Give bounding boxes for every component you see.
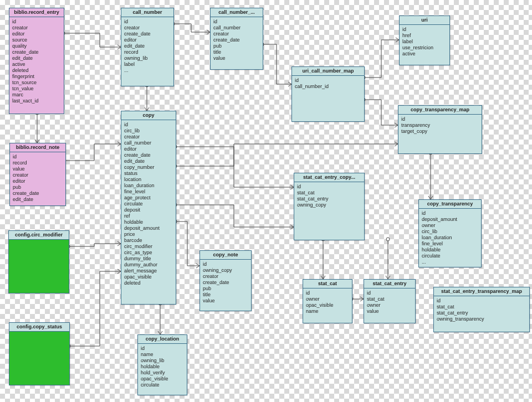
table-biblio_record_note[interactable]: biblio.record_noteidrecordvaluecreatored… <box>9 143 66 206</box>
table-title: call_number <box>121 8 173 17</box>
table-field: id <box>422 210 478 217</box>
table-field: pub <box>213 43 260 49</box>
table-field: id <box>402 27 447 33</box>
table-field: create_date <box>124 152 173 158</box>
table-fields <box>9 240 69 249</box>
table-field: age_protect <box>124 195 173 201</box>
table-fields: idcreatoreditorsourcequalitycreate_datee… <box>9 17 64 106</box>
table-fields: idtransparencytarget_copy <box>398 115 482 136</box>
table-biblio_record_entry[interactable]: biblio.record_entryidcreatoreditorsource… <box>9 8 64 114</box>
table-call_number[interactable]: call_numberidcreatorcreate_dateeditoredi… <box>121 8 174 86</box>
svg-point-16 <box>386 238 390 241</box>
table-fields: idstat_catstat_cat_entryowning_transpare… <box>434 296 529 324</box>
table-field: call_number_id <box>295 84 361 90</box>
table-copy_transparency[interactable]: copy_transparencyiddeposit_amountownerci… <box>418 199 482 267</box>
table-field: stat_cat_entry <box>297 196 361 202</box>
table-field: owning_copy <box>203 267 248 274</box>
table-title: stat_cat_entry <box>364 280 415 288</box>
table-field: create_date <box>12 49 61 55</box>
table-stat_cat_entry_copy[interactable]: stat_cat_entry_copy...idstat_catstat_cat… <box>294 173 365 240</box>
table-field: title <box>213 49 260 55</box>
table-field: edit_date <box>124 158 173 164</box>
table-field: fingerprint <box>12 74 61 80</box>
table-field: circ_lib <box>124 128 173 134</box>
table-config_circ_modifier[interactable]: config.circ_modifier <box>8 230 69 293</box>
table-field: stat_cat <box>437 304 526 310</box>
table-field: last_xact_id <box>12 98 61 104</box>
table-title: copy_transparency <box>419 200 481 209</box>
table-title: call_number_... <box>211 8 263 17</box>
table-fields <box>9 332 69 341</box>
table-field: id <box>306 290 349 296</box>
table-title: config.copy_status <box>9 323 69 332</box>
table-field: id <box>13 154 63 160</box>
table-fields: idcall_numbercreatorcreate_datepubtitlev… <box>211 17 263 63</box>
table-field: source <box>12 37 61 43</box>
table-stat_cat[interactable]: stat_catidowneropac_visiblename <box>303 279 352 323</box>
table-field: edit_date <box>12 55 61 61</box>
table-field: opac_visible <box>124 274 173 280</box>
table-field: ... <box>422 259 478 265</box>
table-stat_cat_entry[interactable]: stat_cat_entryidstat_catownervalue <box>364 279 416 323</box>
table-field: title <box>203 292 248 298</box>
table-field: record <box>13 160 63 166</box>
table-title: config.circ_modifier <box>9 231 69 240</box>
table-field: owner <box>422 223 478 229</box>
table-field: href <box>402 33 447 39</box>
table-field: create_date <box>124 31 171 37</box>
table-field: create_date <box>213 37 260 43</box>
table-field: tcn_source <box>12 80 61 86</box>
table-field: call_number <box>124 140 173 146</box>
table-config_copy_status[interactable]: config.copy_status <box>9 322 70 385</box>
table-field: name <box>141 352 184 358</box>
table-fields: idhreflabeluse_restricionactive <box>400 25 449 59</box>
table-fields: idrecordvaluecreatoreditorpubcreate_date… <box>10 152 65 204</box>
table-field: stat_cat <box>297 190 361 196</box>
table-field: opac_visible <box>141 376 184 382</box>
table-field: deleted <box>12 68 61 74</box>
table-uri[interactable]: uriidhreflabeluse_restricionactive <box>399 16 450 65</box>
table-field: owning_transparency <box>437 316 526 322</box>
table-field: label <box>124 61 171 68</box>
table-title: stat_cat <box>303 280 352 288</box>
table-call_number_note[interactable]: call_number_...idcall_numbercreatorcreat… <box>210 8 263 70</box>
table-field: location <box>124 177 173 183</box>
table-title: biblio.record_entry <box>9 8 64 17</box>
table-field: deposit_amount <box>124 225 173 231</box>
table-stat_cat_entry_transparency_map[interactable]: stat_cat_entry_transparency_mapidstat_ca… <box>433 287 530 332</box>
table-field: id <box>401 116 479 122</box>
table-field: marc <box>12 92 61 98</box>
table-field: owning_lib <box>141 358 184 364</box>
table-copy_location[interactable]: copy_locationidnameowning_libholdablehol… <box>137 334 187 395</box>
table-title: uri <box>400 16 449 25</box>
table-field: alert_message <box>124 268 173 274</box>
table-field: edit_date <box>124 43 171 49</box>
table-title: uri_call_number_map <box>292 67 364 76</box>
table-field: circ_modifier <box>124 244 173 250</box>
table-field: editor <box>124 146 173 152</box>
table-field: creator <box>213 31 260 37</box>
table-title: copy_note <box>200 251 251 260</box>
table-copy_transparency_map[interactable]: copy_transparency_mapidtransparencytarge… <box>398 105 482 154</box>
table-field: owning_copy <box>297 202 361 208</box>
table-fields: idstat_catstat_cat_entryowning_copy <box>294 182 364 210</box>
table-field: barcode <box>124 238 173 244</box>
table-fields: idnameowning_libholdablehold_verifyopac_… <box>138 344 187 390</box>
table-field: creator <box>124 134 173 140</box>
table-copy[interactable]: copyidcirc_libcreatorcall_numbereditorcr… <box>121 111 176 305</box>
table-field: id <box>437 298 526 304</box>
table-field: pub <box>13 184 63 190</box>
table-field: transparency <box>401 122 479 128</box>
table-copy_note[interactable]: copy_noteidowning_copycreatorcreate_date… <box>200 250 252 311</box>
table-fields: idcirc_libcreatorcall_numbereditorcreate… <box>121 120 176 288</box>
table-fields: idcall_number_id <box>292 76 364 91</box>
table-field: target_copy <box>401 128 479 135</box>
table-uri_call_number_map[interactable]: uri_call_number_mapidcall_number_id <box>291 66 365 122</box>
table-fields: idowneropac_visiblename <box>303 288 352 316</box>
table-field: creator <box>203 274 248 280</box>
table-field: ref <box>124 213 173 219</box>
table-field: copy_number <box>124 164 173 171</box>
table-field: label <box>402 39 447 45</box>
table-field: holdable <box>422 247 478 253</box>
table-field: status <box>124 171 173 177</box>
